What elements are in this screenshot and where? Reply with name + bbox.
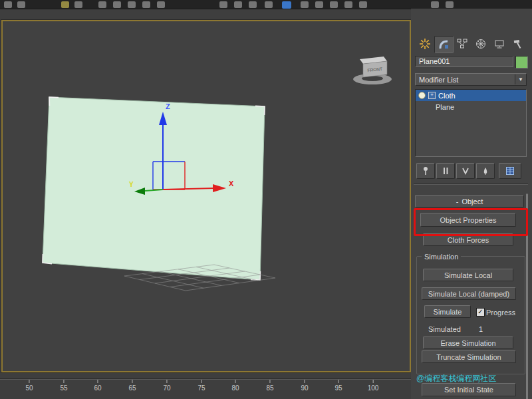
stack-item-plane[interactable]: Plane [416,101,526,112]
frame-tick: 95 [334,380,342,392]
remove-modifier-icon [480,166,491,176]
configure-modifier-sets-button[interactable] [499,163,521,179]
configure-modifier-sets-icon [505,166,515,176]
frame-tick: 85 [266,380,273,392]
erase-simulation-button[interactable]: Erase Simulation [423,336,513,349]
z-axis-label: Z [166,102,170,110]
object-rollout-header[interactable]: - Object [415,195,524,207]
make-unique-icon [460,166,471,176]
frame-tick: 70 [163,380,170,392]
panel-divider [414,184,528,185]
make-unique-button[interactable] [456,163,475,179]
hierarchy-icon [456,38,468,50]
progress-label: Progress [486,309,515,317]
mirror-icon[interactable] [98,1,106,8]
curve-editor-icon[interactable] [142,1,150,8]
redo-icon[interactable] [234,1,242,8]
select-and-move-icon[interactable] [282,1,291,9]
main-toolbar [0,0,532,9]
simulate-button[interactable]: Simulate [424,305,471,318]
select-and-manipulate-icon[interactable] [359,1,367,8]
frame-tick: 60 [94,380,101,392]
pin-stack-button[interactable] [416,163,435,179]
simulate-local-damped-button[interactable]: Simulate Local (damped) [422,287,516,300]
display-tab[interactable] [490,36,508,52]
select-and-scale-icon[interactable] [315,1,323,8]
frame-tick: 90 [301,380,308,392]
simulated-value: 1 [479,325,483,333]
annotation-highlight-box [414,208,528,236]
object-color-swatch[interactable] [515,56,528,68]
command-panel: Plane001 Modifier List ▼ + Cloth Plane [411,9,532,399]
chevron-down-icon[interactable]: ▼ [515,74,526,84]
expand-plus-icon[interactable]: + [428,92,436,99]
modify-tab[interactable] [434,36,454,53]
set-initial-state-button[interactable]: Set Initial State [422,383,516,396]
rollout-collapse-icon: - [456,198,459,205]
stack-item-label: Plane [436,103,454,111]
frame-tick: 65 [128,380,136,392]
undo-icon[interactable] [219,1,227,8]
truncate-simulation-button[interactable]: Truncate Simulation [422,350,516,363]
track-bar[interactable]: 50 55 60 65 70 75 80 85 90 95 100 [0,373,411,399]
application-window: Z X Y FRONT [0,0,532,399]
modify-icon [438,39,450,51]
simulated-label: Simulated [428,325,461,333]
frame-tick: 100 [368,380,379,392]
named-selection-icon[interactable] [431,1,439,8]
use-pivot-icon[interactable] [344,1,352,8]
object-name-field[interactable]: Plane001 [415,56,513,67]
create-tab[interactable] [416,36,434,52]
viewport-canvas: Z X Y FRONT [3,21,410,371]
modifier-stack: + Cloth Plane [415,89,527,157]
angle-snap-icon[interactable] [74,1,82,8]
frame-tick: 80 [231,380,239,392]
motion-icon [475,38,487,50]
select-and-rotate-icon[interactable] [301,1,309,8]
simulation-group-title: Simulation [422,253,461,261]
view-cube-gizmo[interactable]: FRONT [353,57,392,84]
hierarchy-tab[interactable] [453,36,471,52]
layer-manager-icon[interactable] [128,1,136,8]
utilities-tab[interactable] [509,36,527,52]
create-icon [419,38,431,50]
motion-tab[interactable] [471,36,489,52]
show-end-result-icon [440,166,451,176]
modifier-list-label: Modifier List [416,76,515,84]
schematic-view-icon[interactable] [157,1,165,8]
show-end-result-button[interactable] [436,163,455,179]
stack-item-cloth[interactable]: + Cloth [416,90,526,101]
stack-item-label: Cloth [438,92,456,100]
select-icon[interactable] [4,1,12,8]
frame-tick: 55 [60,380,67,392]
remove-modifier-button[interactable] [476,163,495,179]
plane-object[interactable] [43,97,265,280]
select-by-name-icon[interactable] [17,1,25,8]
modifier-list-dropdown[interactable]: Modifier List ▼ [415,73,527,86]
y-axis-label: Y [129,181,134,188]
rollout-title: Object [462,198,483,205]
simulate-local-button[interactable]: Simulate Local [423,269,513,281]
frame-tick: 75 [198,380,205,392]
utilities-icon [512,38,524,50]
pin-stack-icon [420,166,431,176]
align-icon[interactable] [113,1,121,8]
frame-tick: 50 [25,380,33,392]
modifier-enabled-bulb-icon[interactable] [418,92,426,99]
select-object-icon[interactable] [249,1,257,8]
snap-toggle-icon[interactable] [61,1,69,8]
front-viewport[interactable]: Z X Y FRONT [1,20,411,372]
progress-checkbox[interactable]: ✓ [476,308,485,317]
site-watermark: @编程客栈编程网社区 [416,373,496,384]
display-icon [493,38,505,50]
selection-region-icon[interactable] [265,1,273,8]
reference-coordinate-icon[interactable] [330,1,338,8]
mirror-tool-icon[interactable] [446,1,454,8]
x-axis-label: X [229,180,234,188]
